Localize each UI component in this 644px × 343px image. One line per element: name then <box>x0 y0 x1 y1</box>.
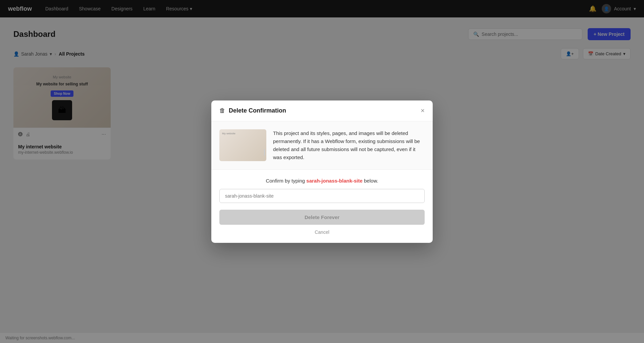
preview-scrollbar <box>264 149 265 156</box>
confirm-slug: sarah-jonass-blank-site <box>306 178 363 184</box>
modal-preview-thumbnail: My website <box>219 129 266 161</box>
delete-confirmation-modal: 🗑 Delete Confirmation × My website This … <box>211 100 433 243</box>
modal-warning-text: This project and its styles, pages, and … <box>273 129 425 161</box>
modal-header: 🗑 Delete Confirmation × <box>211 100 433 121</box>
cancel-link[interactable]: Cancel <box>219 229 425 235</box>
modal-title-row: 🗑 Delete Confirmation <box>219 107 286 114</box>
modal-title: Delete Confirmation <box>229 107 286 114</box>
confirm-suffix: below. <box>364 178 378 184</box>
confirm-slug-input[interactable] <box>219 189 425 203</box>
modal-overlay[interactable]: 🗑 Delete Confirmation × My website This … <box>0 0 644 343</box>
modal-close-button[interactable]: × <box>421 107 425 114</box>
delete-forever-button[interactable]: Delete Forever <box>219 210 425 225</box>
confirm-instruction: Confirm by typing sarah-jonass-blank-sit… <box>219 178 425 184</box>
preview-site-label: My website <box>222 132 235 135</box>
trash-icon: 🗑 <box>219 107 225 114</box>
modal-preview-section: My website This project and its styles, … <box>211 121 433 170</box>
modal-confirm-section: Confirm by typing sarah-jonass-blank-sit… <box>211 170 433 243</box>
modal-body: My website This project and its styles, … <box>211 121 433 243</box>
confirm-prefix: Confirm by typing <box>266 178 305 184</box>
